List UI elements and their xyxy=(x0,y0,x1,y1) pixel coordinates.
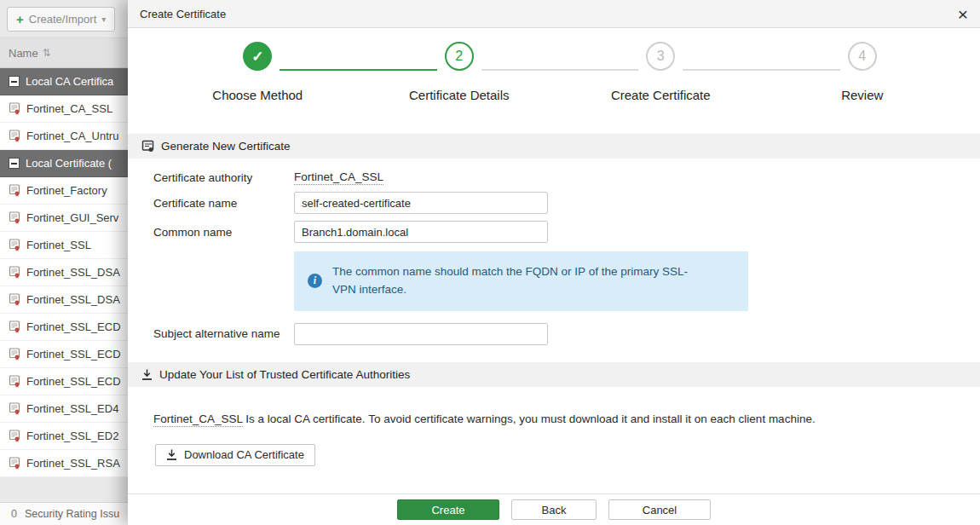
cert-name: Fortinet_GUI_Serv xyxy=(26,211,118,224)
certificate-icon xyxy=(9,320,20,333)
certificate-icon xyxy=(9,348,20,361)
download-ca-certificate-button[interactable]: Download CA Certificate xyxy=(155,444,315,466)
step-circle-done: ✓ xyxy=(243,42,272,71)
cert-name: Fortinet_CA_SSL xyxy=(26,102,112,115)
common-name-input[interactable] xyxy=(294,221,548,243)
step-choose-method: ✓ Choose Method xyxy=(157,42,359,134)
ca-name-link[interactable]: Fortinet_CA_SSL xyxy=(153,412,243,427)
ca-download-note-text: Is a local CA certificate. To avoid cert… xyxy=(243,412,816,425)
step-label: Create Certificate xyxy=(611,88,711,102)
cert-name: Fortinet_SSL_ECD xyxy=(26,348,121,361)
step-label: Choose Method xyxy=(212,88,303,102)
cert-name: Fortinet_SSL_DSA xyxy=(26,266,120,279)
status-bar: 0 Security Rating Issu xyxy=(0,502,145,525)
update-block: Fortinet_CA_SSL Is a local CA certificat… xyxy=(128,387,980,466)
modal-body: ✓ Choose Method 2 Certificate Details 3 … xyxy=(128,28,980,493)
cert-row[interactable]: Fortinet_SSL_ECD xyxy=(0,314,145,341)
security-rating-label[interactable]: Security Rating Issu xyxy=(25,508,119,520)
certificate-icon xyxy=(141,140,154,153)
download-icon xyxy=(166,449,177,460)
cert-name: Fortinet_SSL xyxy=(26,239,91,251)
cert-row[interactable]: Fortinet_SSL_RSA xyxy=(0,450,145,477)
info-icon: i xyxy=(308,274,322,288)
common-name-row: Common name xyxy=(153,221,980,243)
cert-name: Fortinet_SSL_ECD xyxy=(26,375,121,388)
create-button[interactable]: Create xyxy=(397,499,499,520)
cert-row[interactable]: Fortinet_SSL_DSA xyxy=(0,286,145,314)
cancel-button[interactable]: Cancel xyxy=(608,499,711,520)
subject-alt-name-label: Subject alternative name xyxy=(153,327,294,340)
create-import-label: Create/Import xyxy=(29,13,96,26)
cert-group-row[interactable]: Local Certificate ( xyxy=(0,150,145,177)
cert-row[interactable]: Fortinet_CA_Untru xyxy=(0,123,145,150)
step-label: Certificate Details xyxy=(409,88,510,102)
certificate-name-label: Certificate name xyxy=(153,197,294,210)
modal-footer: Create Back Cancel xyxy=(128,493,980,525)
sort-icon[interactable]: ⇅ xyxy=(43,47,51,59)
certificate-icon xyxy=(9,102,20,115)
certificate-icon xyxy=(9,293,20,306)
certificate-form: Certificate authority Fortinet_CA_SSL Ce… xyxy=(128,159,980,345)
certificate-icon xyxy=(9,430,20,442)
cert-row[interactable]: Fortinet_SSL_ECD xyxy=(0,368,145,395)
cert-name: Fortinet_Factory xyxy=(26,184,107,197)
info-message-box: i The common name should match the FQDN … xyxy=(294,251,748,311)
certificate-authority-label: Certificate authority xyxy=(153,171,294,184)
step-circle-todo: 4 xyxy=(848,42,877,71)
wizard-stepper: ✓ Choose Method 2 Certificate Details 3 … xyxy=(128,28,980,134)
cert-name: Local CA Certifica xyxy=(26,75,113,88)
certificate-icon xyxy=(9,184,20,197)
certificate-icon xyxy=(9,457,20,470)
certificate-icon xyxy=(9,211,20,224)
common-name-label: Common name xyxy=(153,226,294,239)
cert-row[interactable]: Fortinet_GUI_Serv xyxy=(0,205,145,232)
update-section-title: Update Your List of Trusted Certificate … xyxy=(159,368,410,381)
certificate-icon xyxy=(9,402,20,415)
back-button[interactable]: Back xyxy=(511,499,597,520)
cert-row[interactable]: Fortinet_SSL_DSA xyxy=(0,259,145,286)
ca-download-note: Fortinet_CA_SSL Is a local CA certificat… xyxy=(153,412,966,425)
step-certificate-details: 2 Certificate Details xyxy=(359,42,561,134)
cert-row[interactable]: Fortinet_Factory xyxy=(0,177,145,205)
info-message-text: The common name should match the FQDN or… xyxy=(332,263,690,299)
name-column-label: Name xyxy=(9,47,38,60)
cert-row[interactable]: Fortinet_SSL_ED4 xyxy=(0,395,145,423)
cert-row[interactable]: Fortinet_SSL xyxy=(0,232,145,259)
cert-name: Fortinet_SSL_ED2 xyxy=(26,430,118,442)
security-rating-count: 0 xyxy=(11,508,17,520)
create-import-button[interactable]: + Create/Import ▾ xyxy=(7,7,115,32)
certificate-icon xyxy=(9,130,20,142)
modal-header: Create Certificate × xyxy=(128,0,980,28)
cert-table-body: Local CA CertificaFortinet_CA_SSLFortine… xyxy=(0,68,145,477)
subject-alt-name-input[interactable] xyxy=(294,323,548,345)
generate-section-header: Generate New Certificate xyxy=(128,134,980,159)
chevron-down-icon: ▾ xyxy=(101,14,106,24)
certificate-icon xyxy=(9,266,20,279)
cert-name: Local Certificate ( xyxy=(26,157,112,170)
close-icon[interactable]: × xyxy=(958,5,968,23)
check-icon: ✓ xyxy=(251,48,263,66)
update-section-header: Update Your List of Trusted Certificate … xyxy=(128,362,980,387)
cert-name: Fortinet_SSL_ED4 xyxy=(26,402,118,415)
cert-row[interactable]: Fortinet_CA_SSL xyxy=(0,95,145,123)
name-column-header[interactable]: Name ⇅ xyxy=(0,38,145,68)
cert-row[interactable]: Fortinet_SSL_ED2 xyxy=(0,423,145,450)
cert-name: Fortinet_SSL_ECD xyxy=(26,320,121,333)
step-circle-todo: 3 xyxy=(646,42,675,71)
modal-title: Create Certificate xyxy=(140,8,958,20)
cert-group-row[interactable]: Local CA Certifica xyxy=(0,68,145,95)
step-review: 4 Review xyxy=(762,42,964,134)
cert-name: Fortinet_SSL_DSA xyxy=(26,293,120,306)
collapse-icon[interactable] xyxy=(9,158,20,169)
certificate-name-input[interactable] xyxy=(294,192,548,214)
sidebar-toolbar: + Create/Import ▾ xyxy=(0,0,145,38)
certificates-panel: + Create/Import ▾ Name ⇅ Local CA Certif… xyxy=(0,0,145,525)
collapse-icon[interactable] xyxy=(9,76,20,87)
certificate-authority-row: Certificate authority Fortinet_CA_SSL xyxy=(153,170,980,185)
certificate-icon xyxy=(9,239,20,251)
cert-row[interactable]: Fortinet_SSL_ECD xyxy=(0,341,145,368)
app-root: + Create/Import ▾ Name ⇅ Local CA Certif… xyxy=(0,0,980,525)
certificate-icon xyxy=(9,375,20,388)
subject-alt-name-row: Subject alternative name xyxy=(153,323,980,345)
certificate-authority-value[interactable]: Fortinet_CA_SSL xyxy=(294,170,383,185)
